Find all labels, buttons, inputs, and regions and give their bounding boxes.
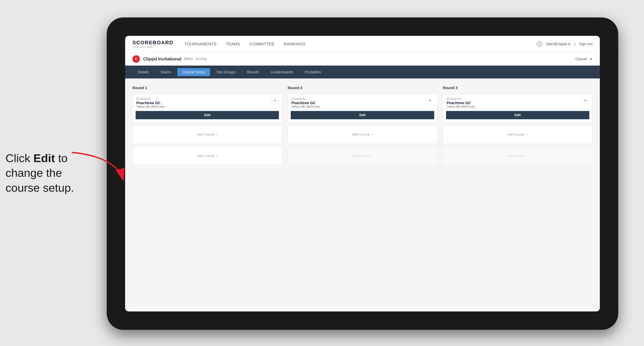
round-3-course-details: Yellow (M) (6629 yds) <box>447 105 475 108</box>
sub-header: C Clippd Invitational (Men) Hosting Canc… <box>125 52 600 66</box>
round-2-column: Round 2 (Course A) Peachtree GC Yellow (… <box>288 86 437 165</box>
tab-course-setup[interactable]: Course Setup <box>178 68 210 76</box>
hosting-status: Hosting <box>195 57 206 61</box>
tournament-name: Clippd Invitational <box>143 56 182 62</box>
round-2-delete-button[interactable]: ✕ <box>427 97 434 104</box>
round-2-course-info: (Course A) Peachtree GC Yellow (M) (6629… <box>292 97 320 108</box>
round-3-course-header: (Course A) Peachtree GC Yellow (M) (6629… <box>443 94 592 108</box>
round-3-delete-button[interactable]: ✕ <box>582 97 588 104</box>
round-3-edit-button[interactable]: Edit <box>446 111 589 119</box>
round-3-add-course-2: Add Course + <box>443 147 592 165</box>
clippd-logo: C <box>132 55 140 63</box>
round-2-add-course-1[interactable]: Add Course + <box>288 125 437 144</box>
round-2-course-name: Peachtree GC <box>292 101 320 105</box>
round-1-course-header: (Course A) Peachtree GC Yellow (M) (6629… <box>133 94 282 108</box>
tab-results[interactable]: Results <box>242 68 264 76</box>
nav-committee[interactable]: COMMITTEE <box>250 42 275 46</box>
sign-out-link[interactable]: Sign out <box>579 42 592 46</box>
round-1-add-course-1[interactable]: Add Course + <box>132 125 282 144</box>
tab-tee-groups[interactable]: Tee Groups <box>211 68 240 76</box>
round-3-column: Round 3 (Course A) Peachtree GC Yellow (… <box>443 86 592 165</box>
round-1-edit-button[interactable]: Edit <box>136 111 279 119</box>
add-icon-r3-1: + <box>526 133 528 137</box>
add-icon-r1-2: + <box>216 154 218 158</box>
tab-teams[interactable]: Teams <box>155 68 176 76</box>
round-3-add-course-1[interactable]: Add Course + <box>443 125 592 144</box>
nav-tournaments[interactable]: TOURNAMENTS <box>184 42 216 46</box>
cancel-button[interactable]: Cancel <box>575 57 587 61</box>
round-3-course-name: Peachtree GC <box>447 101 475 105</box>
sub-header-right: Cancel ✕ <box>575 57 592 61</box>
round-1-add-course-2[interactable]: Add Course + <box>132 147 282 165</box>
round-1-course-info: (Course A) Peachtree GC Yellow (M) (6629… <box>136 97 165 108</box>
round-1-course-details: Yellow (M) (6629 yds) <box>136 105 165 108</box>
round-2-edit-button[interactable]: Edit <box>291 111 434 119</box>
instruction-bold: Edit <box>34 152 55 165</box>
add-icon-r3-2: + <box>526 154 528 158</box>
add-icon-r2-2: + <box>371 154 373 158</box>
powered-by: Powered by clippd <box>132 46 173 48</box>
tablet-device: SCOREBOARD Powered by clippd TOURNAMENTS… <box>107 17 618 330</box>
separator: | <box>574 42 575 46</box>
nav-teams[interactable]: TEAMS <box>226 42 240 46</box>
round-1-label: Round 1 <box>132 86 282 90</box>
scoreboard-logo: SCOREBOARD Powered by clippd <box>132 40 173 48</box>
round-1-column: Round 1 (Course A) Peachtree GC Yellow (… <box>132 86 282 165</box>
round-1-course-name: Peachtree GC <box>136 101 165 105</box>
tab-details[interactable]: Details <box>132 68 154 76</box>
round-2-course-details: Yellow (M) (6629 yds) <box>292 105 320 108</box>
round-2-label: Round 2 <box>288 86 437 90</box>
cancel-x-icon[interactable]: ✕ <box>589 57 592 61</box>
add-icon-r1-1: + <box>216 133 218 137</box>
round-3-course-card: (Course A) Peachtree GC Yellow (M) (6629… <box>443 94 592 122</box>
round-3-course-label: (Course A) <box>447 97 475 101</box>
nav-links: TOURNAMENTS TEAMS COMMITTEE RANKINGS <box>184 42 536 46</box>
user-avatar <box>536 41 543 47</box>
round-1-course-card: (Course A) Peachtree GC Yellow (M) (6629… <box>132 94 282 122</box>
tabs-bar: Details Teams Course Setup Tee Groups Re… <box>125 66 600 78</box>
tablet-screen: SCOREBOARD Powered by clippd TOURNAMENTS… <box>125 36 600 312</box>
top-nav-right: blair@clippd.io | Sign out <box>536 41 592 47</box>
tab-printables[interactable]: Printables <box>300 68 326 76</box>
round-3-label: Round 3 <box>443 86 592 90</box>
round-2-course-label: (Course A) <box>292 97 320 101</box>
user-email: blair@clippd.io <box>546 42 570 46</box>
round-2-course-card: (Course A) Peachtree GC Yellow (M) (6629… <box>288 94 437 122</box>
round-2-add-course-2: Add Course + <box>288 147 437 165</box>
round-3-course-info: (Course A) Peachtree GC Yellow (M) (6629… <box>447 97 475 108</box>
rounds-grid: Round 1 (Course A) Peachtree GC Yellow (… <box>132 86 592 165</box>
round-1-course-label: (Course A) <box>136 97 165 101</box>
arrow-icon <box>68 151 127 184</box>
brand-name: SCOREBOARD <box>132 40 173 46</box>
round-1-delete-button[interactable]: ✕ <box>272 97 278 104</box>
gender-badge: (Men) <box>184 57 193 61</box>
nav-rankings[interactable]: RANKINGS <box>284 42 306 46</box>
main-content: Round 1 (Course A) Peachtree GC Yellow (… <box>125 78 600 312</box>
outer-wrapper: Click Edit to change the course setup. S… <box>0 0 644 346</box>
tab-leaderboards[interactable]: Leaderboards <box>265 68 298 76</box>
round-2-course-header: (Course A) Peachtree GC Yellow (M) (6629… <box>288 94 437 108</box>
add-icon-r2-1: + <box>371 133 373 137</box>
top-nav: SCOREBOARD Powered by clippd TOURNAMENTS… <box>125 36 600 52</box>
